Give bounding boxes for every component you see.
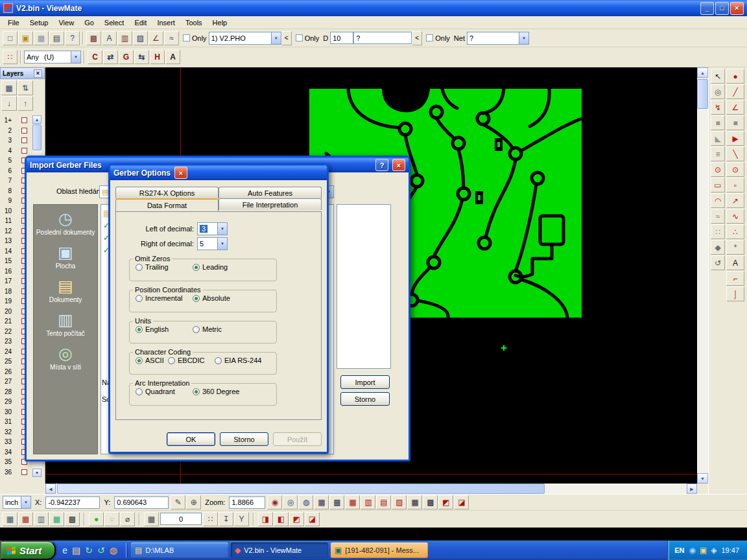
select-arrow-icon[interactable]: ↖ bbox=[711, 69, 725, 84]
radio-metric[interactable]: Metric bbox=[193, 325, 250, 333]
radio-eia-rs244[interactable]: EIA RS-244 bbox=[215, 356, 261, 364]
corner-triangle-icon[interactable]: ◣ bbox=[711, 131, 725, 146]
explorer-icon[interactable]: ▤ bbox=[72, 546, 80, 555]
layer-row[interactable]: 4 bbox=[0, 146, 32, 156]
tray-network-icon[interactable]: ◉ bbox=[689, 546, 695, 554]
menu-item[interactable]: File bbox=[3, 18, 25, 28]
layer-visibility-checkbox[interactable] bbox=[21, 469, 27, 475]
swap-arrows-icon[interactable]: ⇆ bbox=[134, 50, 149, 64]
browser-icon[interactable]: ◍ bbox=[110, 546, 117, 555]
filled-square-icon[interactable]: ■ bbox=[711, 115, 725, 130]
lamp-icon[interactable]: ○ bbox=[104, 512, 119, 526]
layer-row[interactable]: 36 bbox=[0, 467, 32, 478]
grid-edit-icon[interactable]: ▦ bbox=[3, 512, 18, 526]
sync-alt-icon[interactable]: ↺ bbox=[97, 546, 105, 555]
radio-absolute[interactable]: Absolute bbox=[193, 294, 250, 302]
pad-dot-icon[interactable]: ● bbox=[726, 69, 744, 84]
grid-red-icon[interactable]: ▦ bbox=[18, 512, 33, 526]
scroll-down-icon[interactable]: ▼ bbox=[32, 469, 42, 477]
menu-item[interactable]: Select bbox=[99, 18, 130, 28]
x-coordinate-field[interactable]: -0.942237 bbox=[45, 496, 100, 509]
context-help-icon[interactable]: ? bbox=[65, 31, 80, 45]
gray-square-icon[interactable]: ■ bbox=[726, 115, 744, 130]
ok-button[interactable]: OK bbox=[167, 432, 215, 446]
layer-visibility-checkbox[interactable] bbox=[21, 117, 27, 123]
grid-small-icon[interactable]: ▦ bbox=[314, 495, 329, 509]
trace-line-icon[interactable]: ╱ bbox=[726, 84, 744, 99]
pad-pattern-icon-2[interactable]: ▥ bbox=[361, 495, 375, 509]
diameter-icon[interactable]: ⌀ bbox=[120, 512, 135, 526]
taskbar-task-button[interactable]: ▣ [191-482-091] - Mess... bbox=[331, 542, 428, 558]
desktop-item[interactable]: ▣ Plocha bbox=[36, 244, 95, 270]
close-icon[interactable]: × bbox=[392, 159, 405, 171]
zoom-select-icon[interactable]: ◉ bbox=[267, 495, 282, 509]
radio-trailing[interactable]: Trailing bbox=[136, 263, 193, 271]
tab-data-format[interactable]: Data Format bbox=[115, 198, 219, 211]
grid-dark-icon[interactable]: ▩ bbox=[65, 512, 80, 526]
scroll-right-icon[interactable]: ▶ bbox=[687, 484, 697, 494]
measure-icon[interactable]: ∠ bbox=[148, 31, 163, 45]
checker-icon[interactable]: ◪ bbox=[454, 495, 469, 509]
pattern-red-icon-1[interactable]: ◨ bbox=[258, 512, 273, 526]
aperture-list-icon[interactable]: A bbox=[102, 31, 117, 45]
my-computer-item[interactable]: ▥ Tento počítač bbox=[36, 311, 95, 337]
layer-visibility-checkbox[interactable] bbox=[21, 128, 27, 134]
net-probe-icon[interactable]: ● bbox=[89, 512, 104, 526]
layer-combobox[interactable]: 1) V2.PHO ▼ bbox=[209, 32, 281, 45]
draw-mode-icon[interactable]: ✎ bbox=[171, 495, 185, 509]
new-file-icon[interactable]: □ bbox=[3, 31, 18, 45]
dcode-value-field[interactable]: 10 bbox=[330, 32, 353, 44]
angle-line-icon[interactable]: ∠ bbox=[726, 100, 744, 115]
scrollbar-track[interactable] bbox=[697, 78, 708, 473]
menu-item[interactable]: Setup bbox=[25, 18, 54, 28]
highlight-h-icon[interactable]: H bbox=[150, 50, 165, 64]
help-icon[interactable]: ? bbox=[375, 159, 388, 171]
dcode-grid-large-icon[interactable]: ▩ bbox=[423, 495, 438, 509]
corner-ruler-icon[interactable]: ⌐ bbox=[726, 271, 744, 286]
zigzag-line-icon[interactable]: ↯ bbox=[711, 100, 725, 115]
layer-row[interactable]: 1+ bbox=[0, 115, 32, 126]
scrollbar-track[interactable] bbox=[56, 484, 687, 494]
sync-icon[interactable]: ↻ bbox=[85, 546, 93, 555]
grid-green-icon[interactable]: ▦ bbox=[49, 512, 64, 526]
highlight-c-icon[interactable]: C bbox=[88, 50, 102, 64]
selection-mode-combobox[interactable]: Any (U) ▼ bbox=[24, 51, 81, 64]
thin-line-icon[interactable]: ╲ bbox=[726, 146, 744, 161]
wye-icon[interactable]: Y bbox=[234, 512, 249, 526]
scroll-up-icon[interactable]: ▲ bbox=[32, 115, 42, 124]
right-of-decimal-combobox[interactable]: 5 ▼ bbox=[197, 237, 228, 250]
grid-large-icon[interactable]: ▩ bbox=[329, 495, 344, 509]
origin-anchor-icon[interactable]: ↧ bbox=[219, 512, 233, 526]
scrollbar-thumb[interactable] bbox=[697, 79, 708, 109]
tray-volume-icon[interactable]: ◈ bbox=[711, 546, 717, 554]
clock[interactable]: 19:47 bbox=[721, 546, 739, 554]
dcode-query-field[interactable]: ? bbox=[353, 32, 412, 44]
dcode-grid-icon[interactable]: ▦ bbox=[407, 495, 422, 509]
dot-grid-icon[interactable]: ∷ bbox=[203, 512, 218, 526]
redraw-rings-icon[interactable]: ◎ bbox=[711, 84, 725, 99]
pattern-red-icon-2[interactable]: ◧ bbox=[274, 512, 289, 526]
pad-pattern-icon-4[interactable]: ▧ bbox=[392, 495, 407, 509]
layer-table-icon[interactable]: ▧ bbox=[133, 31, 148, 45]
radio-quadrant[interactable]: Quadrant bbox=[136, 388, 193, 395]
asterisk-tool-icon[interactable]: * bbox=[726, 240, 744, 255]
only-net-checkbox[interactable] bbox=[426, 34, 433, 41]
layer-swap-button[interactable]: ⇅ bbox=[18, 80, 33, 95]
language-indicator[interactable]: EN bbox=[674, 546, 684, 554]
menu-item[interactable]: Help bbox=[208, 18, 233, 28]
circle-dot-icon[interactable]: ⊙ bbox=[711, 162, 725, 177]
center-target-icon[interactable]: ⊕ bbox=[186, 495, 201, 509]
menu-item[interactable]: Edit bbox=[129, 18, 152, 28]
network-item[interactable]: ◎ Místa v síti bbox=[36, 345, 95, 371]
menu-item[interactable]: Go bbox=[79, 18, 99, 28]
menu-item[interactable]: View bbox=[53, 18, 79, 28]
layer-visibility-checkbox[interactable] bbox=[21, 137, 27, 143]
radio-360-degree[interactable]: 360 Degree bbox=[193, 388, 250, 395]
start-button[interactable]: Start bbox=[0, 541, 56, 560]
window-titlebar[interactable]: V2.bin - ViewMate _ □ × bbox=[0, 0, 747, 16]
hook-tool-icon[interactable]: ⌡ bbox=[726, 286, 744, 301]
ie-icon[interactable]: e bbox=[62, 546, 67, 555]
layer-down-button[interactable]: ↓ bbox=[1, 96, 17, 111]
units-combobox[interactable]: inch ▼ bbox=[3, 496, 31, 509]
layer-row[interactable]: 2 bbox=[0, 126, 32, 136]
